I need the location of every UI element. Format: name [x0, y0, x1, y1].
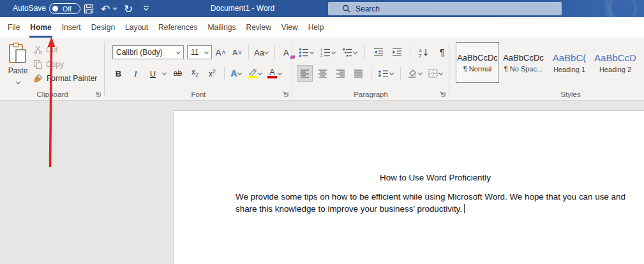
copy-button[interactable]: Copy: [33, 59, 64, 69]
shading-chevron-icon: [417, 71, 423, 75]
subscript-button[interactable]: x2: [188, 66, 202, 81]
align-right-button[interactable]: [333, 66, 348, 81]
font-color-button[interactable]: A: [266, 66, 283, 81]
shrink-caret-icon: ˅: [238, 49, 242, 56]
autosave-label: AutoSave: [13, 4, 46, 13]
paragraph-dialog-launcher[interactable]: [439, 91, 446, 97]
highlight-button[interactable]: [246, 66, 264, 81]
grow-font-button[interactable]: A˄: [213, 45, 228, 60]
style-normal[interactable]: AaBbCcDc ¶ Normal: [456, 42, 499, 83]
font-size-combo[interactable]: 11: [187, 45, 212, 59]
align-center-button[interactable]: [315, 66, 330, 81]
format-painter-button[interactable]: Format Painter: [33, 73, 97, 83]
grow-font-glyph: A: [216, 48, 221, 57]
document-page[interactable]: How to Use Word Proficiently We provide …: [173, 110, 644, 264]
quick-access-toolbar: ↶ ↻: [82, 0, 153, 17]
clear-formatting-button[interactable]: A: [279, 45, 294, 60]
redo-icon: ↻: [124, 3, 133, 15]
align-left-button[interactable]: [297, 66, 312, 81]
font-color-chevron-icon: [277, 71, 282, 75]
ribbon-tabs: File Home Insert Design Layout Reference…: [0, 17, 644, 38]
style-no-spacing[interactable]: AaBbCcDc ¶ No Spac...: [502, 42, 545, 83]
borders-button[interactable]: [427, 66, 444, 81]
line-spacing-chevron-icon: [389, 71, 394, 75]
change-case-glyph: Aa: [254, 48, 264, 57]
underline-chevron-icon[interactable]: [161, 71, 167, 75]
shrink-font-button[interactable]: A˅: [230, 45, 244, 60]
cut-button[interactable]: Cut: [33, 45, 58, 54]
align-right-icon: [336, 70, 345, 78]
bold-button[interactable]: B: [111, 66, 126, 81]
underline-button[interactable]: U: [146, 66, 160, 81]
tab-design[interactable]: Design: [86, 17, 120, 38]
search-box[interactable]: Search: [328, 2, 562, 15]
text-effects-glyph: A: [230, 69, 237, 78]
undo-dropdown-chevron-icon[interactable]: [112, 7, 117, 10]
tab-layout[interactable]: Layout: [120, 17, 153, 38]
font-size-value: 11: [188, 48, 204, 57]
undo-icon: ↶: [101, 3, 110, 15]
doc-heading-text: How to Use Word Proficiently: [244, 173, 627, 182]
highlighter-icon: [248, 69, 257, 78]
decrease-indent-button[interactable]: [371, 45, 386, 60]
strikethrough-button[interactable]: ab: [170, 66, 185, 81]
multilevel-chevron-icon: [352, 50, 357, 54]
style-name: ¶ No Spac...: [504, 65, 543, 73]
style-heading-1[interactable]: AaBbC( Heading 1: [548, 42, 591, 83]
italic-glyph: I: [134, 70, 137, 78]
tab-home[interactable]: Home: [25, 17, 56, 38]
group-clipboard: Paste Cut Copy Format Painter C: [0, 38, 105, 100]
customize-qat-button[interactable]: [139, 1, 153, 17]
line-spacing-button[interactable]: [377, 66, 395, 81]
undo-button[interactable]: ↶: [100, 1, 111, 17]
font-dialog-launcher[interactable]: [282, 91, 288, 97]
bold-glyph: B: [116, 70, 121, 78]
bullets-button[interactable]: [297, 45, 315, 60]
tab-mailings[interactable]: Mailings: [202, 17, 241, 38]
group-styles: AaBbCcDc ¶ Normal AaBbCcDc ¶ No Spac... …: [449, 38, 644, 100]
paste-dropdown-chevron-icon[interactable]: [15, 80, 20, 84]
style-sample: AaBbCcD: [594, 52, 636, 63]
redo-button[interactable]: ↻: [121, 1, 135, 17]
superscript-glyph: x2: [209, 69, 216, 78]
superscript-button[interactable]: x2: [205, 66, 220, 81]
tab-view[interactable]: View: [276, 17, 303, 38]
style-heading-2[interactable]: AaBbCcD Heading 2: [594, 42, 637, 83]
format-painter-label: Format Painter: [47, 74, 97, 83]
borders-icon: [428, 69, 438, 78]
grow-caret-icon: ˄: [221, 49, 225, 56]
decrease-indent-icon: [373, 48, 384, 57]
toggle-knob-icon: [52, 6, 58, 11]
tab-file[interactable]: File: [3, 17, 25, 38]
sort-icon: A Z: [419, 48, 428, 57]
search-icon: [342, 4, 350, 13]
doc-body-text: We provide some tips on how to be effici…: [236, 191, 644, 215]
change-case-button[interactable]: Aa: [253, 45, 271, 60]
show-hide-pilcrow-button[interactable]: ¶: [435, 45, 449, 60]
text-effects-button[interactable]: A: [229, 66, 244, 81]
tab-references[interactable]: References: [153, 17, 202, 38]
bullets-icon: [299, 48, 309, 57]
shading-button[interactable]: [406, 66, 424, 81]
tab-insert[interactable]: Insert: [57, 17, 86, 38]
autosave-toggle[interactable]: Off: [49, 3, 80, 14]
sort-button[interactable]: A Z: [416, 45, 431, 60]
numbering-button[interactable]: 1 2 3: [319, 45, 337, 60]
font-name-combo[interactable]: Calibri (Body): [112, 45, 184, 59]
increase-indent-button[interactable]: [389, 45, 404, 60]
clipboard-dialog-launcher[interactable]: [94, 91, 101, 97]
italic-button[interactable]: I: [128, 66, 143, 81]
align-center-icon: [318, 70, 327, 78]
copy-label: Copy: [46, 60, 64, 69]
multilevel-list-button[interactable]: [341, 45, 359, 60]
save-button[interactable]: [82, 1, 96, 17]
paste-button[interactable]: Paste: [5, 42, 31, 89]
tab-review[interactable]: Review: [241, 17, 276, 38]
group-font: Calibri (Body) 11 A˄ A˅ Aa A B I U ab x2…: [105, 38, 292, 100]
svg-text:3: 3: [320, 54, 322, 57]
document-area: How to Use Word Proficiently We provide …: [0, 101, 644, 264]
underline-glyph: U: [150, 70, 156, 78]
justify-button[interactable]: [351, 66, 366, 81]
shrink-font-glyph: A: [232, 49, 237, 56]
tab-help[interactable]: Help: [303, 17, 329, 38]
